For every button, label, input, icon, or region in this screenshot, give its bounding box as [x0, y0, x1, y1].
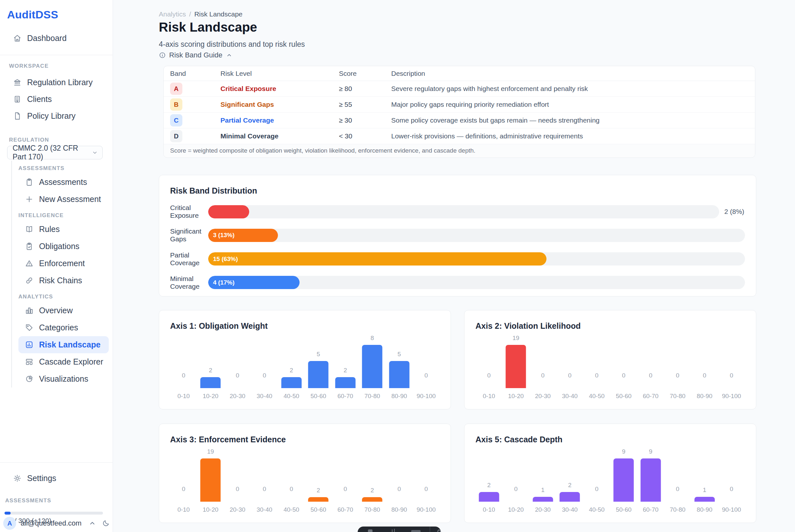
dark-mode-moon-icon[interactable]: [102, 519, 110, 527]
x-tick-label: 70-80: [359, 393, 386, 400]
dock-icon[interactable]: [437, 529, 441, 532]
user-menu[interactable]: A ali@questfeed.com: [3, 516, 110, 530]
sidebar-item-regulation-library[interactable]: Regulation Library: [0, 74, 113, 91]
bar-value-label: 0: [503, 486, 530, 493]
x-tick-label: 0-10: [170, 506, 197, 513]
histogram-slot: 210-20: [197, 338, 224, 400]
x-tick-label: 40-50: [583, 506, 610, 513]
page-subtitle: 4-axis scoring distributions and top ris…: [159, 40, 305, 49]
risk-band-guide-toggle[interactable]: Risk Band Guide: [159, 51, 233, 59]
histogram-slot: 050-60: [610, 338, 637, 400]
histogram-bar: [694, 497, 715, 502]
x-tick-label: 50-60: [610, 393, 637, 400]
risk-level-cell: Minimal Coverage: [220, 132, 339, 140]
sidebar-item-label: Clients: [27, 95, 52, 104]
column-header-score: Score: [339, 70, 391, 77]
dock-icon[interactable]: [368, 529, 372, 532]
distribution-row: Partial Coverage15 (63%): [170, 251, 745, 267]
histogram-bar: [506, 345, 526, 388]
breadcrumb-analytics[interactable]: Analytics: [159, 10, 186, 18]
histogram-slot: 030-40: [251, 338, 278, 400]
section-label: WORKSPACE: [0, 63, 113, 69]
histogram-slot: 070-80: [664, 451, 691, 513]
sidebar-item-risk-landscape[interactable]: Risk Landscape: [18, 336, 109, 353]
distribution-row: Significant Gaps3 (13%): [170, 227, 745, 243]
dock-icon[interactable]: [411, 530, 421, 532]
column-header-band: Band: [170, 70, 220, 77]
sidebar-item-new-assessment[interactable]: New Assessment: [18, 191, 113, 208]
sidebar-item-cascade-explorer[interactable]: Cascade Explorer: [18, 353, 113, 370]
sidebar-item-assessments[interactable]: Assessments: [18, 174, 113, 191]
histogram-slot: 090-100: [413, 338, 440, 400]
sidebar-item-enforcement[interactable]: Enforcement: [18, 255, 113, 272]
regulation-selected-value: CMMC 2.0 (32 CFR Part 170): [13, 144, 92, 161]
x-tick-label: 50-60: [305, 393, 332, 400]
regulation-select[interactable]: CMMC 2.0 (32 CFR Part 170): [7, 146, 103, 159]
sidebar-item-categories[interactable]: Categories: [18, 319, 113, 336]
x-tick-label: 20-30: [224, 506, 251, 513]
distribution-category-label: Significant Gaps: [170, 227, 208, 243]
bar-value-label: 1: [529, 487, 556, 494]
card-title: Axis 1: Obligation Weight: [170, 321, 440, 331]
chevron-up-icon[interactable]: [89, 519, 96, 527]
x-tick-label: 70-80: [359, 506, 386, 513]
band-badge: C: [170, 114, 182, 127]
histogram-slot: 030-40: [251, 451, 278, 513]
sidebar-item-settings[interactable]: Settings: [0, 470, 113, 487]
sidebar-item-obligations[interactable]: Obligations: [18, 238, 113, 255]
user-email: ali@questfeed.com: [21, 519, 82, 528]
x-tick-label: 20-30: [224, 393, 251, 400]
sidebar-item-rules[interactable]: Rules: [18, 221, 113, 238]
sidebar-item-clients[interactable]: Clients: [0, 91, 113, 108]
bar-value-label: 0: [583, 372, 610, 379]
risk-level-cell: Partial Coverage: [220, 116, 339, 124]
x-tick-label: 80-90: [386, 506, 413, 513]
histogram-slot: 120-30: [529, 451, 556, 513]
histogram-slot: 580-90: [386, 338, 413, 400]
sidebar-item-dashboard[interactable]: Dashboard: [0, 30, 113, 46]
table-header-row: Band Risk Level Score Description: [164, 66, 755, 81]
section-label: INTELLIGENCE: [12, 212, 113, 219]
sidebar-item-label: Enforcement: [39, 259, 85, 268]
sidebar-item-visualizations[interactable]: Visualizations: [18, 370, 113, 387]
distribution-track: [208, 205, 719, 218]
bar-value-label: 9: [637, 448, 664, 455]
axis1-card: Axis 1: Obligation Weight 00-10210-20020…: [159, 310, 451, 410]
x-tick-label: 0-10: [476, 506, 503, 513]
x-tick-label: 10-20: [197, 506, 224, 513]
bar-value-label: 0: [224, 372, 251, 379]
sidebar-item-risk-chains[interactable]: Risk Chains: [18, 272, 113, 289]
breadcrumb-separator: /: [189, 10, 191, 18]
sidebar-item-policy-library[interactable]: Policy Library: [0, 108, 113, 124]
distribution-category-label: Minimal Coverage: [170, 275, 208, 290]
histogram-slot: 010-20: [503, 451, 530, 513]
sidebar-item-label: Risk Chains: [39, 276, 82, 285]
bar-value-label: 0: [556, 372, 584, 379]
dock-icon[interactable]: [392, 529, 392, 532]
gear-icon: [13, 474, 22, 483]
x-tick-label: 30-40: [251, 506, 278, 513]
histogram-slot: 030-40: [556, 338, 584, 400]
histogram-slot: 00-10: [170, 338, 197, 400]
distribution-bar: 15 (63%): [208, 252, 547, 266]
bar-value-label: 0: [476, 372, 503, 379]
section-label: REGULATION: [0, 137, 113, 143]
description-cell: Some policy coverage exists but gaps rem…: [391, 116, 755, 124]
chevron-down-icon: [92, 149, 98, 156]
bar-value-label: 19: [197, 448, 224, 455]
bottom-dock[interactable]: [358, 527, 441, 532]
sidebar-item-overview[interactable]: Overview: [18, 302, 113, 319]
x-tick-label: 10-20: [197, 393, 224, 400]
histogram-slot: 1910-20: [197, 451, 224, 513]
distribution-track: 3 (13%): [208, 229, 745, 242]
bar-value-label: 0: [583, 486, 610, 493]
histogram-slot: 040-50: [583, 451, 610, 513]
bar-value-label: 19: [503, 335, 530, 342]
histogram-slot: 080-90: [386, 451, 413, 513]
histogram-bar: [200, 377, 221, 388]
main-content: Analytics / Risk Landscape Risk Landscap…: [113, 0, 795, 532]
x-tick-label: 0-10: [476, 393, 503, 400]
app-logo[interactable]: AuditDSS: [7, 8, 58, 21]
bar-value-label: 5: [386, 351, 413, 358]
sidebar-item-label: Rules: [39, 225, 60, 234]
